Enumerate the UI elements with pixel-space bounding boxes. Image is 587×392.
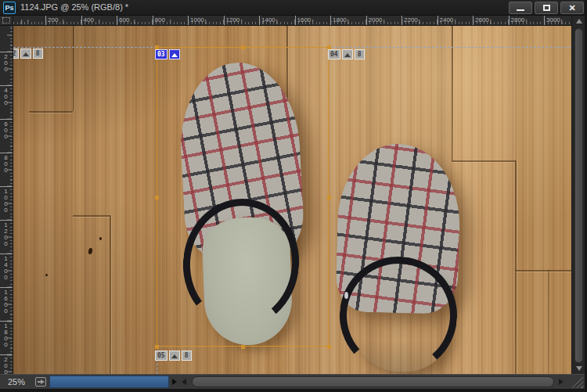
- ruler-label: 200: [48, 16, 58, 23]
- ruler-label: 3000: [546, 16, 560, 23]
- ruler-tick: [0, 186, 13, 187]
- ruler-label: 800: [2, 154, 9, 173]
- vertical-scrollbar-thumb[interactable]: [574, 28, 583, 363]
- image-slice-icon: [169, 351, 180, 361]
- top-ruler[interactable]: 2004006008001000120014001600180020002200…: [13, 16, 571, 26]
- ruler-tick: [544, 16, 545, 26]
- slice-badge-04[interactable]: 048: [328, 49, 365, 59]
- close-icon: ✕: [568, 4, 575, 13]
- ruler-label: 400: [84, 16, 94, 23]
- ruler-tick: [81, 16, 82, 26]
- slice-handle[interactable]: [155, 196, 159, 200]
- zoom-level-field[interactable]: 25%: [8, 377, 25, 387]
- ruler-label: 2200: [404, 16, 418, 23]
- plank-joint: [452, 160, 515, 162]
- ruler-label: 2800: [511, 16, 525, 23]
- slice-badge-05[interactable]: 058: [155, 351, 192, 361]
- piping-highlight: [344, 292, 348, 299]
- status-popup-arrow[interactable]: [172, 379, 177, 385]
- scroll-down-arrow[interactable]: [576, 366, 582, 371]
- horizontal-scrollbar-thumb[interactable]: [192, 376, 554, 387]
- ruler-tick: [295, 16, 296, 26]
- ruler-label: 2600: [475, 16, 489, 23]
- ruler-label: 1200: [226, 16, 240, 23]
- mountain-icon: [23, 52, 29, 56]
- status-progress-bar: [49, 376, 169, 388]
- plank-seam: [110, 215, 111, 374]
- ruler-label: 200: [2, 53, 9, 72]
- mountain-icon: [171, 354, 178, 358]
- minimize-button[interactable]: [509, 2, 532, 14]
- plank-joint: [29, 111, 73, 113]
- slice-handle[interactable]: [241, 45, 245, 49]
- ruler-tick: [224, 16, 225, 26]
- ruler-tick: [0, 254, 13, 254]
- ruler-label: 600: [119, 16, 129, 23]
- slice-badge-02[interactable]: 028: [13, 49, 43, 59]
- scroll-left-arrow[interactable]: [182, 379, 186, 385]
- ruler-label: 1000: [2, 188, 9, 213]
- plank-joint: [73, 215, 110, 217]
- plank-joint: [515, 270, 571, 272]
- window-border-bottom: [0, 389, 587, 392]
- photo-canvas[interactable]: 02803048058: [13, 26, 571, 374]
- ruler-tick: [366, 16, 367, 26]
- ruler-label: 1800: [2, 322, 9, 347]
- ruler-tick: [0, 119, 13, 120]
- scroll-up-arrow[interactable]: [576, 19, 582, 23]
- image-slice-icon: [169, 49, 180, 59]
- image-slice-icon: [20, 49, 31, 59]
- ruler-origin-box[interactable]: [0, 16, 13, 26]
- slice-handle[interactable]: [327, 345, 331, 349]
- slice-badge-03[interactable]: 03: [155, 49, 180, 59]
- document-title: 1124.JPG @ 25% (RGB/8) *: [20, 2, 128, 12]
- ruler-tick: [0, 85, 13, 86]
- scroll-right-arrow[interactable]: [559, 379, 564, 385]
- ruler-tick: [0, 354, 13, 355]
- left-ruler[interactable]: 200400600800100012001400160018002000: [0, 26, 13, 374]
- user-slice-rect[interactable]: [157, 47, 329, 347]
- ruler-tick: [0, 153, 13, 153]
- link-icon: 8: [355, 49, 365, 59]
- slice-number: 05: [155, 351, 167, 361]
- ruler-tick: [188, 16, 189, 26]
- ruler-tick: [473, 16, 474, 26]
- slice-handle[interactable]: [155, 345, 159, 349]
- ruler-tick: [153, 16, 153, 26]
- ruler-tick: [438, 16, 438, 26]
- ruler-label: 1400: [261, 16, 275, 23]
- maximize-button[interactable]: [535, 2, 558, 14]
- close-button[interactable]: ✕: [560, 2, 584, 14]
- ruler-label: 1800: [333, 16, 347, 23]
- title-bar[interactable]: Ps 1124.JPG @ 25% (RGB/8) * ✕: [0, 0, 587, 16]
- ruler-label: 1200: [2, 221, 9, 246]
- plank-seam: [515, 160, 517, 374]
- ruler-origin-icon: [2, 17, 10, 23]
- ruler-label: 1600: [297, 16, 312, 23]
- ruler-tick: [0, 220, 13, 221]
- slice-handle[interactable]: [327, 196, 331, 200]
- ruler-tick: [509, 16, 510, 26]
- slice-handle[interactable]: [241, 345, 245, 349]
- wood-knot: [45, 274, 48, 276]
- slice-number: 04: [328, 49, 340, 59]
- ruler-label: 1400: [2, 255, 9, 280]
- status-menu-icon[interactable]: [35, 377, 46, 387]
- mountain-icon: [344, 53, 351, 57]
- plank-seam: [548, 270, 549, 374]
- link-icon: 8: [33, 49, 43, 59]
- vertical-scrollbar[interactable]: [571, 16, 585, 374]
- ruler-label: 1000: [190, 16, 204, 23]
- slice-number: 03: [155, 49, 167, 59]
- ruler-tick: [330, 16, 331, 26]
- ruler-label: 600: [2, 120, 9, 139]
- slice-number: 02: [13, 49, 19, 59]
- window-resize-grip[interactable]: [571, 376, 583, 388]
- ruler-label: 800: [155, 16, 165, 23]
- status-bar: 25%: [0, 374, 585, 389]
- link-icon: 8: [182, 351, 192, 361]
- photoshop-app-icon[interactable]: Ps: [3, 2, 16, 14]
- ruler-label: 400: [2, 87, 9, 106]
- plank-seam: [73, 26, 74, 111]
- ruler-label: 2000: [369, 16, 383, 23]
